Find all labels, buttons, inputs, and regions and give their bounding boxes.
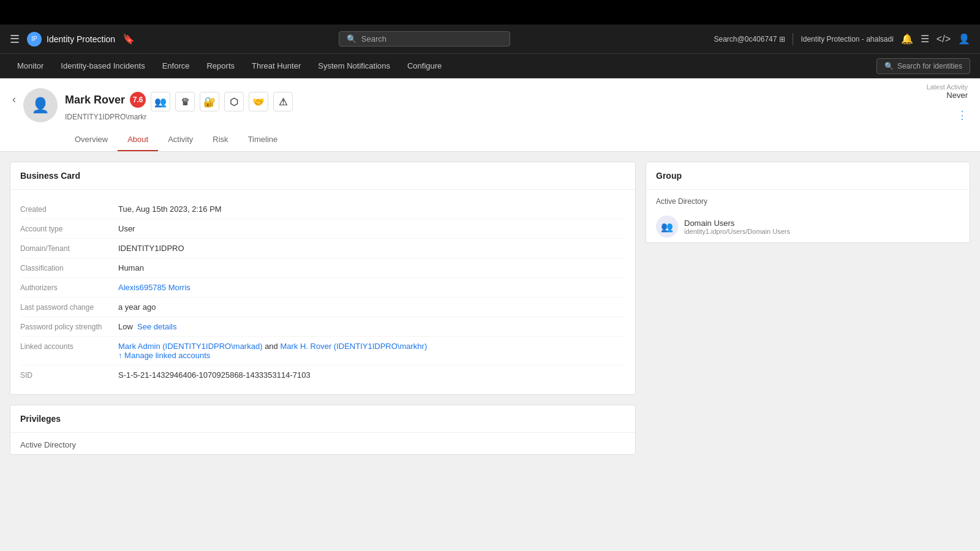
bc-row-created: Created Tue, Aug 15th 2023, 2:16 PM (20, 200, 625, 219)
search-context[interactable]: Search@0c406747 ⊞ (714, 35, 786, 43)
group-path: identity1.idpro/Users/Domain Users (684, 228, 790, 235)
nav-right: Search@0c406747 ⊞ Identity Protection - … (714, 33, 970, 45)
search-identities-icon: 🔍 (884, 62, 894, 70)
profile-icon-crown[interactable]: ♛ (175, 92, 195, 111)
manage-linked-accounts-link[interactable]: ↑ Manage linked accounts (118, 351, 210, 360)
menu-configure[interactable]: Configure (400, 56, 449, 75)
bc-value-password-change: a year ago (118, 302, 156, 312)
app-name: Identity Protection (47, 34, 115, 44)
profile-icon-people[interactable]: 👥 (151, 92, 170, 111)
privileges-card-header: Privileges (10, 405, 635, 433)
latest-activity: Latest Activity Never (927, 83, 968, 100)
bc-value-password-policy: Low See details (118, 322, 176, 331)
tab-overview[interactable]: Overview (65, 129, 118, 151)
menu-threat-hunter[interactable]: Threat Hunter (244, 56, 308, 75)
business-card-header: Business Card (10, 162, 635, 190)
see-details-link[interactable]: See details (137, 322, 176, 331)
bc-value-classification: Human (118, 263, 144, 272)
back-button[interactable]: ‹ (12, 93, 16, 106)
business-card-body: Created Tue, Aug 15th 2023, 2:16 PM Acco… (10, 190, 635, 394)
code-icon[interactable]: </> (937, 34, 951, 45)
profile-tabs: Overview About Activity Risk Timeline (65, 129, 968, 151)
group-card-header: Group (646, 162, 970, 190)
profile-username: IDENTITY1IDPRO\markr (65, 113, 968, 121)
bc-value-sid: S-1-5-21-1432946406-1070925868-143335311… (118, 370, 311, 380)
bc-label-authorizers: Authorizers (20, 283, 118, 292)
search-identities-button[interactable]: 🔍 Search for identities (876, 58, 970, 74)
menu-system-notifications[interactable]: System Notifications (311, 56, 398, 75)
bc-label-account-type: Account type (20, 224, 118, 233)
bc-value-authorizers[interactable]: Alexis695785 Morris (118, 283, 190, 292)
menu-reports[interactable]: Reports (199, 56, 242, 75)
bell-icon[interactable]: 🔔 (901, 33, 913, 45)
bc-row-sid: SID S-1-5-21-1432946406-1070925868-14333… (20, 365, 625, 384)
tab-risk[interactable]: Risk (203, 129, 238, 151)
logo-icon: IP (27, 32, 42, 47)
bc-label-sid: SID (20, 370, 118, 380)
profile-info: Mark Rover 7.6 👥 ♛ 🔐 ⬡ 🤝 ⚠ IDENTITY1IDPR… (65, 88, 968, 151)
bc-row-authorizers: Authorizers Alexis695785 Morris (20, 278, 625, 298)
product-name[interactable]: Identity Protection - ahalsadi (801, 35, 893, 43)
bc-label-linked-accounts: Linked accounts (20, 342, 118, 351)
profile-icon-lock[interactable]: 🔐 (200, 92, 219, 111)
privileges-card: Privileges Active Directory (10, 405, 636, 455)
bookmark-icon[interactable]: 🔖 (123, 33, 135, 45)
risk-score-badge: 7.6 (130, 92, 146, 108)
menu-bar: Monitor Identity-based Incidents Enforce… (0, 54, 980, 78)
nav-bar: ☰ IP Identity Protection 🔖 🔍 Search Sear… (0, 24, 980, 54)
linked-accounts-and: and (265, 342, 280, 351)
group-item[interactable]: 👥 Domain Users identity1.idpro/Users/Dom… (646, 211, 970, 242)
group-name: Domain Users (684, 219, 790, 228)
menu-monitor[interactable]: Monitor (10, 56, 51, 75)
bc-value-domain: IDENTITY1IDPRO (118, 244, 184, 253)
search-icon: 🔍 (347, 34, 356, 43)
nav-search-center: 🔍 Search (142, 31, 706, 47)
nav-divider-1 (793, 33, 793, 45)
bc-row-classification: Classification Human (20, 258, 625, 278)
privileges-section-label: Active Directory (10, 433, 635, 454)
search-identities-label: Search for identities (897, 62, 962, 70)
search-label: Search (361, 34, 386, 43)
profile-icon-hand[interactable]: 🤝 (249, 92, 268, 111)
bc-row-password-policy: Password policy strength Low See details (20, 317, 625, 337)
tab-activity[interactable]: Activity (158, 129, 203, 151)
avatar-icon: 👤 (31, 97, 50, 114)
tab-timeline[interactable]: Timeline (238, 129, 288, 151)
top-bar (0, 0, 980, 24)
user-icon[interactable]: 👤 (958, 33, 970, 45)
three-dots-menu[interactable]: ⋮ (957, 108, 968, 122)
grid-icon: ⊞ (779, 35, 785, 43)
bc-label-password-policy: Password policy strength (20, 322, 118, 331)
bc-value-password-policy-text: Low (118, 322, 133, 331)
tab-about[interactable]: About (118, 129, 158, 151)
menu-incidents[interactable]: Identity-based Incidents (53, 56, 152, 75)
bc-label-classification: Classification (20, 263, 118, 272)
group-avatar: 👥 (656, 216, 678, 238)
group-details: Domain Users identity1.idpro/Users/Domai… (684, 219, 790, 235)
linked-account-2[interactable]: Mark H. Rover (IDENTIY1IDPRO\markhr) (280, 342, 427, 351)
profile-icon-alert[interactable]: ⚠ (273, 92, 293, 111)
menu-enforce[interactable]: Enforce (155, 56, 197, 75)
group-avatar-icon: 👥 (661, 221, 673, 233)
bc-label-domain: Domain/Tenant (20, 244, 118, 253)
main-left: Business Card Created Tue, Aug 15th 2023… (10, 162, 636, 455)
hamburger-menu[interactable]: ☰ (10, 32, 20, 46)
bc-row-account-type: Account type User (20, 219, 625, 239)
bc-row-linked-accounts: Linked accounts Mark Admin (IDENTITY1IDP… (20, 337, 625, 365)
list-icon[interactable]: ☰ (921, 33, 929, 45)
global-search-box[interactable]: 🔍 Search (339, 31, 510, 47)
bc-label-created: Created (20, 204, 118, 214)
profile-name-text: Mark Rover (65, 94, 125, 107)
linked-account-1[interactable]: Mark Admin (IDENTITY1IDPRO\markad) (118, 342, 263, 351)
group-section-label: Active Directory (646, 190, 970, 211)
latest-activity-label: Latest Activity (927, 83, 968, 91)
avatar: 👤 (23, 88, 58, 122)
profile-action-icons: 👥 ♛ 🔐 ⬡ 🤝 ⚠ (151, 92, 293, 111)
business-card: Business Card Created Tue, Aug 15th 2023… (10, 162, 636, 395)
bc-row-password-change: Last password change a year ago (20, 298, 625, 317)
profile-icon-network[interactable]: ⬡ (224, 92, 244, 111)
profile-header: ‹ 👤 Mark Rover 7.6 👥 ♛ 🔐 ⬡ 🤝 ⚠ IDENTITY1… (0, 78, 980, 152)
main-content: Business Card Created Tue, Aug 15th 2023… (0, 152, 980, 465)
bc-row-domain: Domain/Tenant IDENTITY1IDPRO (20, 239, 625, 258)
group-card: Group Active Directory 👥 Domain Users id… (646, 162, 970, 243)
